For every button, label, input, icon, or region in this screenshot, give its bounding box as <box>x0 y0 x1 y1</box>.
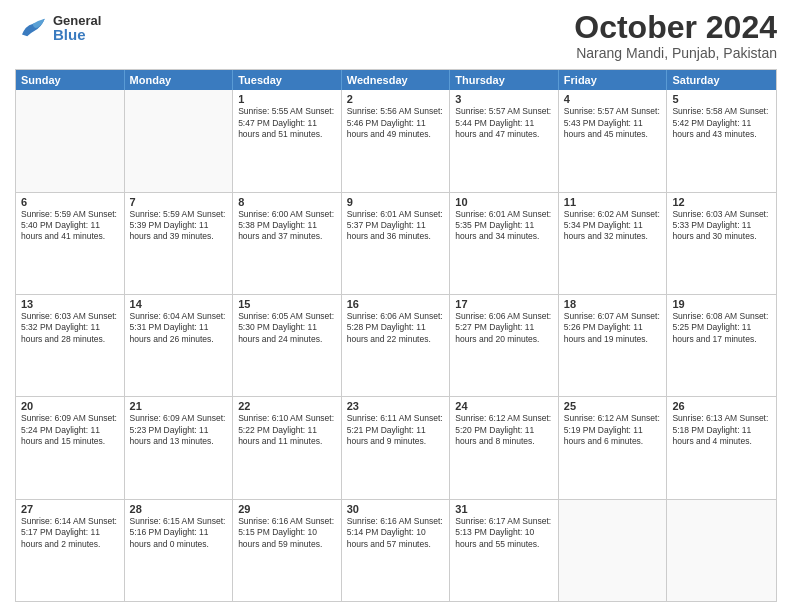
day-info: Sunrise: 5:58 AM Sunset: 5:42 PM Dayligh… <box>672 106 771 140</box>
month-title: October 2024 <box>574 10 777 45</box>
cal-cell: 25Sunrise: 6:12 AM Sunset: 5:19 PM Dayli… <box>559 397 668 498</box>
day-info: Sunrise: 6:13 AM Sunset: 5:18 PM Dayligh… <box>672 413 771 447</box>
header-day-friday: Friday <box>559 70 668 90</box>
day-number: 8 <box>238 196 336 208</box>
day-number: 20 <box>21 400 119 412</box>
day-info: Sunrise: 6:16 AM Sunset: 5:14 PM Dayligh… <box>347 516 445 550</box>
cal-cell: 3Sunrise: 5:57 AM Sunset: 5:44 PM Daylig… <box>450 90 559 191</box>
header-day-wednesday: Wednesday <box>342 70 451 90</box>
cal-cell: 23Sunrise: 6:11 AM Sunset: 5:21 PM Dayli… <box>342 397 451 498</box>
day-info: Sunrise: 6:05 AM Sunset: 5:30 PM Dayligh… <box>238 311 336 345</box>
cal-cell: 31Sunrise: 6:17 AM Sunset: 5:13 PM Dayli… <box>450 500 559 601</box>
day-number: 28 <box>130 503 228 515</box>
header-day-thursday: Thursday <box>450 70 559 90</box>
day-info: Sunrise: 6:17 AM Sunset: 5:13 PM Dayligh… <box>455 516 553 550</box>
cal-cell: 20Sunrise: 6:09 AM Sunset: 5:24 PM Dayli… <box>16 397 125 498</box>
day-number: 25 <box>564 400 662 412</box>
cal-cell: 10Sunrise: 6:01 AM Sunset: 5:35 PM Dayli… <box>450 193 559 294</box>
day-info: Sunrise: 6:06 AM Sunset: 5:27 PM Dayligh… <box>455 311 553 345</box>
day-number: 6 <box>21 196 119 208</box>
day-number: 23 <box>347 400 445 412</box>
day-info: Sunrise: 6:01 AM Sunset: 5:35 PM Dayligh… <box>455 209 553 243</box>
day-number: 27 <box>21 503 119 515</box>
cal-cell: 17Sunrise: 6:06 AM Sunset: 5:27 PM Dayli… <box>450 295 559 396</box>
day-number: 13 <box>21 298 119 310</box>
cal-cell: 19Sunrise: 6:08 AM Sunset: 5:25 PM Dayli… <box>667 295 776 396</box>
day-info: Sunrise: 6:11 AM Sunset: 5:21 PM Dayligh… <box>347 413 445 447</box>
day-number: 11 <box>564 196 662 208</box>
cal-cell: 29Sunrise: 6:16 AM Sunset: 5:15 PM Dayli… <box>233 500 342 601</box>
cal-cell <box>125 90 234 191</box>
day-number: 4 <box>564 93 662 105</box>
day-info: Sunrise: 6:16 AM Sunset: 5:15 PM Dayligh… <box>238 516 336 550</box>
day-number: 22 <box>238 400 336 412</box>
cal-cell: 8Sunrise: 6:00 AM Sunset: 5:38 PM Daylig… <box>233 193 342 294</box>
header: General Blue October 2024 Narang Mandi, … <box>15 10 777 61</box>
day-number: 10 <box>455 196 553 208</box>
calendar-row-4: 27Sunrise: 6:14 AM Sunset: 5:17 PM Dayli… <box>16 499 776 601</box>
calendar-row-0: 1Sunrise: 5:55 AM Sunset: 5:47 PM Daylig… <box>16 90 776 191</box>
day-number: 14 <box>130 298 228 310</box>
day-info: Sunrise: 5:59 AM Sunset: 5:40 PM Dayligh… <box>21 209 119 243</box>
day-number: 9 <box>347 196 445 208</box>
logo-text-block: General Blue <box>53 14 101 42</box>
cal-cell: 30Sunrise: 6:16 AM Sunset: 5:14 PM Dayli… <box>342 500 451 601</box>
cal-cell: 1Sunrise: 5:55 AM Sunset: 5:47 PM Daylig… <box>233 90 342 191</box>
cal-cell: 9Sunrise: 6:01 AM Sunset: 5:37 PM Daylig… <box>342 193 451 294</box>
day-number: 31 <box>455 503 553 515</box>
calendar-row-1: 6Sunrise: 5:59 AM Sunset: 5:40 PM Daylig… <box>16 192 776 294</box>
day-info: Sunrise: 5:56 AM Sunset: 5:46 PM Dayligh… <box>347 106 445 140</box>
cal-cell: 21Sunrise: 6:09 AM Sunset: 5:23 PM Dayli… <box>125 397 234 498</box>
cal-cell: 12Sunrise: 6:03 AM Sunset: 5:33 PM Dayli… <box>667 193 776 294</box>
day-info: Sunrise: 6:03 AM Sunset: 5:33 PM Dayligh… <box>672 209 771 243</box>
cal-cell <box>559 500 668 601</box>
day-info: Sunrise: 6:09 AM Sunset: 5:23 PM Dayligh… <box>130 413 228 447</box>
page: General Blue October 2024 Narang Mandi, … <box>0 0 792 612</box>
logo-blue: Blue <box>53 27 101 42</box>
cal-cell <box>667 500 776 601</box>
day-number: 15 <box>238 298 336 310</box>
day-info: Sunrise: 5:57 AM Sunset: 5:44 PM Dayligh… <box>455 106 553 140</box>
calendar-row-3: 20Sunrise: 6:09 AM Sunset: 5:24 PM Dayli… <box>16 396 776 498</box>
day-number: 7 <box>130 196 228 208</box>
logo: General Blue <box>15 10 101 45</box>
day-number: 5 <box>672 93 771 105</box>
header-day-tuesday: Tuesday <box>233 70 342 90</box>
cal-cell: 18Sunrise: 6:07 AM Sunset: 5:26 PM Dayli… <box>559 295 668 396</box>
day-info: Sunrise: 6:12 AM Sunset: 5:20 PM Dayligh… <box>455 413 553 447</box>
cal-cell: 22Sunrise: 6:10 AM Sunset: 5:22 PM Dayli… <box>233 397 342 498</box>
cal-cell: 24Sunrise: 6:12 AM Sunset: 5:20 PM Dayli… <box>450 397 559 498</box>
day-info: Sunrise: 6:04 AM Sunset: 5:31 PM Dayligh… <box>130 311 228 345</box>
subtitle: Narang Mandi, Punjab, Pakistan <box>574 45 777 61</box>
cal-cell: 14Sunrise: 6:04 AM Sunset: 5:31 PM Dayli… <box>125 295 234 396</box>
cal-cell: 16Sunrise: 6:06 AM Sunset: 5:28 PM Dayli… <box>342 295 451 396</box>
day-info: Sunrise: 6:07 AM Sunset: 5:26 PM Dayligh… <box>564 311 662 345</box>
day-number: 21 <box>130 400 228 412</box>
day-info: Sunrise: 6:00 AM Sunset: 5:38 PM Dayligh… <box>238 209 336 243</box>
logo-general: General <box>53 14 101 27</box>
header-day-saturday: Saturday <box>667 70 776 90</box>
cal-cell: 26Sunrise: 6:13 AM Sunset: 5:18 PM Dayli… <box>667 397 776 498</box>
day-info: Sunrise: 6:10 AM Sunset: 5:22 PM Dayligh… <box>238 413 336 447</box>
day-number: 24 <box>455 400 553 412</box>
day-number: 2 <box>347 93 445 105</box>
day-info: Sunrise: 5:59 AM Sunset: 5:39 PM Dayligh… <box>130 209 228 243</box>
cal-cell: 11Sunrise: 6:02 AM Sunset: 5:34 PM Dayli… <box>559 193 668 294</box>
calendar-header: SundayMondayTuesdayWednesdayThursdayFrid… <box>16 70 776 90</box>
day-info: Sunrise: 5:55 AM Sunset: 5:47 PM Dayligh… <box>238 106 336 140</box>
calendar-row-2: 13Sunrise: 6:03 AM Sunset: 5:32 PM Dayli… <box>16 294 776 396</box>
header-day-monday: Monday <box>125 70 234 90</box>
day-info: Sunrise: 6:03 AM Sunset: 5:32 PM Dayligh… <box>21 311 119 345</box>
calendar-body: 1Sunrise: 5:55 AM Sunset: 5:47 PM Daylig… <box>16 90 776 601</box>
day-info: Sunrise: 6:02 AM Sunset: 5:34 PM Dayligh… <box>564 209 662 243</box>
day-info: Sunrise: 6:01 AM Sunset: 5:37 PM Dayligh… <box>347 209 445 243</box>
logo-icon <box>15 10 50 45</box>
day-number: 16 <box>347 298 445 310</box>
day-number: 18 <box>564 298 662 310</box>
cal-cell: 15Sunrise: 6:05 AM Sunset: 5:30 PM Dayli… <box>233 295 342 396</box>
day-info: Sunrise: 6:14 AM Sunset: 5:17 PM Dayligh… <box>21 516 119 550</box>
day-info: Sunrise: 6:12 AM Sunset: 5:19 PM Dayligh… <box>564 413 662 447</box>
cal-cell: 2Sunrise: 5:56 AM Sunset: 5:46 PM Daylig… <box>342 90 451 191</box>
day-info: Sunrise: 6:06 AM Sunset: 5:28 PM Dayligh… <box>347 311 445 345</box>
day-number: 17 <box>455 298 553 310</box>
